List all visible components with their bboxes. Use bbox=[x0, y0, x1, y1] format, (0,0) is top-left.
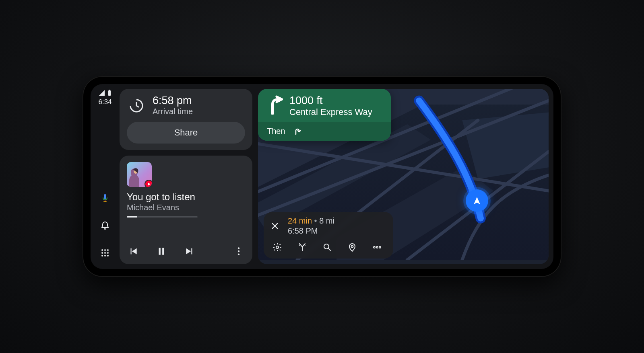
turn-card[interactable]: 1000 ft Central Express Way Then bbox=[258, 89, 391, 141]
media-source-badge-icon bbox=[144, 180, 152, 187]
trip-eta-minutes: 24 min bbox=[288, 216, 312, 225]
arrival-card: 6:58 pm Arrival time Share bbox=[120, 89, 252, 150]
status-area: 6:34 bbox=[98, 90, 111, 106]
turn-right-icon bbox=[267, 95, 283, 115]
navigation-arrow-icon bbox=[472, 196, 482, 205]
media-controls bbox=[127, 238, 245, 258]
more-horiz-icon bbox=[372, 242, 382, 252]
vehicle-display: 6:34 bbox=[83, 76, 561, 277]
map-search-button[interactable] bbox=[322, 242, 333, 253]
arrival-clock-icon bbox=[127, 96, 146, 115]
svg-point-8 bbox=[101, 255, 103, 257]
svg-point-13 bbox=[238, 247, 239, 249]
svg-point-21 bbox=[376, 246, 378, 248]
map-places-button[interactable] bbox=[347, 242, 358, 253]
routes-icon bbox=[297, 242, 307, 252]
app-launcher-button[interactable] bbox=[96, 244, 114, 262]
assistant-button[interactable] bbox=[96, 189, 114, 207]
gear-icon bbox=[272, 242, 282, 252]
map-tools bbox=[269, 239, 385, 253]
trip-line-1: 24 min • 8 mi bbox=[288, 216, 334, 226]
vehicle-position-puck bbox=[466, 189, 488, 212]
alternate-routes-button[interactable] bbox=[297, 242, 308, 253]
trip-distance: 8 mi bbox=[319, 216, 334, 225]
track-artist: Michael Evans bbox=[127, 203, 245, 212]
album-art[interactable] bbox=[127, 162, 152, 187]
svg-point-19 bbox=[351, 246, 353, 248]
media-progress[interactable] bbox=[127, 216, 198, 218]
svg-point-9 bbox=[104, 255, 106, 257]
cards-column: 6:58 pm Arrival time Share You got to li… bbox=[120, 84, 252, 269]
more-vert-icon bbox=[233, 246, 244, 257]
svg-point-20 bbox=[374, 246, 375, 248]
media-card: You got to listen Michael Evans bbox=[120, 156, 252, 264]
map-view[interactable]: 1000 ft Central Express Way Then bbox=[258, 89, 549, 264]
then-label: Then bbox=[267, 127, 285, 136]
track-title: You got to listen bbox=[127, 192, 245, 202]
uturn-left-icon bbox=[292, 126, 301, 136]
svg-rect-0 bbox=[108, 90, 111, 96]
battery-icon bbox=[108, 90, 111, 96]
pause-icon bbox=[156, 246, 167, 257]
svg-rect-1 bbox=[109, 90, 110, 90]
svg-point-22 bbox=[379, 246, 381, 248]
pin-icon bbox=[347, 242, 357, 252]
signal-icon bbox=[99, 90, 105, 96]
search-icon bbox=[322, 242, 332, 252]
screen: 6:34 bbox=[91, 84, 553, 269]
svg-point-15 bbox=[238, 253, 239, 255]
arrival-time: 6:58 pm bbox=[153, 95, 193, 106]
trip-summary-bar: 24 min • 8 mi 6:58 PM bbox=[264, 212, 393, 259]
trip-eta-clock: 6:58 PM bbox=[288, 226, 334, 236]
next-turn-row: Then bbox=[258, 122, 391, 141]
trip-separator: • bbox=[314, 216, 317, 225]
apps-grid-icon bbox=[100, 248, 110, 258]
skip-previous-icon bbox=[128, 246, 138, 257]
svg-point-3 bbox=[104, 249, 106, 251]
share-trip-button[interactable]: Share bbox=[127, 122, 245, 144]
svg-point-5 bbox=[101, 252, 103, 254]
system-rail: 6:34 bbox=[91, 84, 120, 269]
end-navigation-button[interactable] bbox=[269, 220, 281, 232]
map-settings-button[interactable] bbox=[272, 242, 283, 253]
svg-point-2 bbox=[101, 249, 103, 251]
svg-point-10 bbox=[107, 255, 109, 257]
bell-icon bbox=[100, 221, 110, 230]
play-pause-button[interactable] bbox=[155, 245, 168, 258]
svg-point-17 bbox=[276, 246, 279, 248]
notifications-button[interactable] bbox=[96, 217, 114, 234]
microphone-icon bbox=[100, 193, 110, 203]
svg-point-4 bbox=[107, 249, 109, 251]
status-icons bbox=[99, 90, 111, 96]
turn-distance: 1000 ft bbox=[289, 95, 372, 106]
arrival-label: Arrival time bbox=[153, 107, 193, 116]
close-icon bbox=[270, 222, 279, 230]
turn-road: Central Express Way bbox=[289, 107, 372, 117]
status-clock: 6:34 bbox=[98, 98, 111, 106]
map-more-button[interactable] bbox=[372, 242, 383, 253]
svg-point-14 bbox=[238, 250, 239, 252]
svg-point-7 bbox=[107, 252, 109, 254]
next-track-button[interactable] bbox=[183, 245, 196, 258]
previous-track-button[interactable] bbox=[127, 245, 140, 258]
media-overflow-button[interactable] bbox=[232, 245, 245, 258]
svg-point-6 bbox=[104, 252, 106, 254]
skip-next-icon bbox=[184, 246, 195, 257]
